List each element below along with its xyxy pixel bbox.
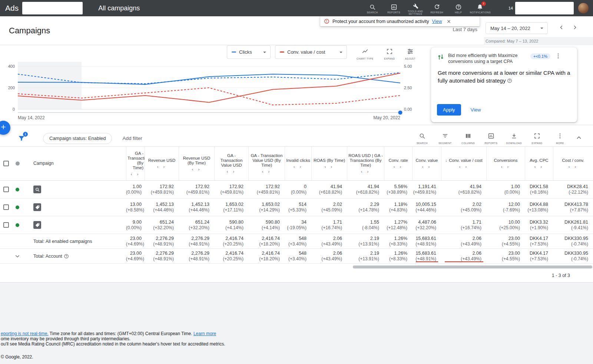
status-dot-icon (16, 161, 20, 166)
nav-search[interactable]: SEARCH (362, 1, 383, 15)
chevron-right-icon (572, 24, 578, 32)
help-circle-icon[interactable] (507, 78, 512, 83)
avatar[interactable] (578, 3, 589, 13)
apply-button[interactable]: Apply (437, 104, 461, 116)
account-info-redacted[interactable] (515, 2, 574, 14)
recommendation-card: Bid more efficiently with Maximize conve… (431, 47, 577, 122)
select-all-checkbox[interactable] (0, 147, 12, 180)
horizontal-scrollbar[interactable] (0, 265, 593, 269)
nav-notifications[interactable]: ! NOTIFICATIONS (469, 1, 491, 15)
compare-periods-toggle[interactable]: ‹ › (361, 169, 370, 174)
row-select-checkbox[interactable] (0, 198, 12, 216)
google-ads-app: Ads All campaigns SEARCH REPORTS TOOLS A… (0, 0, 593, 364)
topbar-title: All campaigns (98, 4, 140, 12)
column-header-2[interactable]: Revenue USD‹ › (145, 147, 179, 180)
total-metric-cell: 2.06(+43.49%) (311, 234, 347, 248)
toast-view-link[interactable]: View (432, 19, 442, 24)
filter-funnel-icon[interactable]: 1 (18, 134, 26, 143)
date-range-picker[interactable]: May 14 – 20, 2022 (486, 22, 548, 34)
segment-button[interactable]: SEGMENT (434, 133, 457, 144)
campaign-row: 9.00(0.00%)651.24(+32.20%)651.24(+32.20%… (0, 216, 593, 234)
column-header-9[interactable]: Conv. rate‹ › (384, 147, 412, 180)
compare-periods-toggle[interactable]: ‹ › (569, 164, 578, 169)
nav-help[interactable]: HELP (448, 1, 469, 15)
filter-chip-campaign-status[interactable]: Campaign status: Enabled (43, 133, 112, 144)
total-metric-cell: 2,416.74(+20.25%) (214, 249, 248, 263)
row-select-checkbox[interactable] (0, 181, 12, 198)
expand-account-total[interactable] (12, 249, 23, 263)
collapse-table-button[interactable] (572, 131, 586, 146)
account-name-redacted[interactable] (22, 2, 83, 14)
blue-series-swatch (232, 51, 236, 53)
compare-periods-toggle[interactable]: ‹ › (294, 164, 303, 169)
reports-button[interactable]: REPORTS (480, 133, 503, 144)
metric-cell: 1,452.13(+44.46%) (145, 198, 179, 216)
notification-badge: ! (481, 1, 486, 6)
total-metric-cell: 2,416.74(+18.20%) (248, 234, 285, 248)
previous-period-button[interactable] (557, 23, 566, 33)
performance-line-chart[interactable]: 02004000.002.505.00May 14, 2022May 20, 2… (0, 56, 419, 122)
column-header-7[interactable]: ROAS (By Time)‹ › (311, 147, 347, 180)
campaign-name-cell[interactable] (23, 181, 126, 198)
columns-button[interactable]: COLUMNS (457, 133, 480, 144)
footer-line-2: ome inventory may be provided through th… (1, 336, 130, 341)
date-range-value: May 14 – 20, 2022 (490, 26, 530, 31)
chevron-down-icon[interactable] (14, 253, 21, 260)
campaigns-table: CampaignGA - Transactions (By Time)‹ ›Re… (0, 147, 593, 282)
column-header-1[interactable]: GA - Transactions (By Time)‹ › (126, 147, 145, 180)
account-id-fragment: 14 (508, 6, 513, 10)
nav-reports[interactable]: REPORTS (383, 1, 405, 15)
svg-text:5.00: 5.00 (404, 64, 412, 69)
column-header-13[interactable]: Avg. CPC‹ › (525, 147, 553, 180)
column-header-10[interactable]: Conv. value‹ › (412, 147, 441, 180)
compare-periods-toggle[interactable]: ‹ › (227, 169, 236, 174)
compare-periods-toggle[interactable]: ‹ › (262, 169, 271, 174)
column-header-14[interactable]: Cost / conv.‹ › (553, 147, 593, 180)
learn-more-link[interactable]: Learn more (193, 331, 216, 336)
columns-icon (465, 133, 471, 141)
download-button[interactable]: DOWNLOAD (503, 133, 526, 144)
total-metric-cell: 2.19(+13.91%) (347, 234, 384, 248)
close-icon[interactable] (446, 19, 451, 24)
row-select-checkbox[interactable] (0, 216, 12, 234)
campaign-name-cell[interactable] (23, 198, 126, 216)
copyright: © Google, 2022. (1, 354, 33, 360)
table-search-button[interactable]: SEARCH (411, 133, 434, 144)
total-status-spacer (12, 234, 23, 248)
column-header-6[interactable]: Invalid clicks‹ › (285, 147, 311, 180)
compare-periods-toggle[interactable]: ‹ › (501, 164, 510, 169)
compare-periods-toggle[interactable]: ‹ › (325, 164, 334, 169)
more-button[interactable]: MORE (549, 133, 572, 144)
compare-periods-toggle[interactable]: ‹ › (534, 164, 544, 169)
compare-periods-toggle[interactable]: ‹ › (192, 167, 201, 171)
campaign-name-cell[interactable] (23, 216, 126, 234)
recommendation-actions: Apply View (437, 104, 571, 117)
compare-periods-toggle[interactable]: ‹ › (422, 164, 431, 169)
column-header-8[interactable]: ROAS USD | GA - Transactions (By Time)‹ … (347, 147, 384, 180)
reporting-link[interactable]: eporting is not real-time. (1, 331, 49, 336)
column-header-4[interactable]: GA - Transaction Value USD‹ › (214, 147, 248, 180)
nav-refresh[interactable]: REFRESH (426, 1, 448, 15)
view-button[interactable]: View (471, 107, 481, 113)
scrollbar-thumb[interactable] (353, 266, 592, 268)
column-header-12[interactable]: Conversions‹ › (486, 147, 525, 180)
expand-table-button[interactable]: EXPAND (526, 133, 549, 144)
compare-periods-toggle[interactable]: ‹ › (157, 164, 166, 169)
compare-periods-toggle[interactable]: ‹ › (459, 164, 468, 169)
more-options-icon[interactable] (555, 53, 561, 61)
enabled-status-icon (16, 188, 19, 191)
total-metric-cell: 548(+3.40%) (285, 234, 311, 248)
column-header-11[interactable]: ↓ Conv. value / cost‹ › (441, 147, 486, 180)
total-label-cell: Total: Account (23, 249, 126, 263)
compare-periods-toggle[interactable]: ‹ › (394, 164, 403, 169)
compare-periods-toggle[interactable]: ‹ › (131, 172, 140, 176)
metric-cell: 1.27%(+12.48%) (384, 216, 412, 234)
nav-tools-and-settings[interactable]: TOOLS AND SETTINGS (405, 1, 426, 15)
next-period-button[interactable] (570, 23, 580, 33)
column-header-campaign[interactable]: Campaign (23, 147, 126, 180)
column-header-3[interactable]: Revenue USD (By Time)‹ › (179, 147, 214, 180)
total-row: Total: All enabled campaigns23.00(+4.69%… (0, 234, 593, 249)
help-circle-icon[interactable] (64, 254, 69, 259)
add-filter-button[interactable]: Add filter (122, 136, 142, 141)
column-header-5[interactable]: GA - Transaction Value USD (By Time)‹ › (248, 147, 285, 180)
